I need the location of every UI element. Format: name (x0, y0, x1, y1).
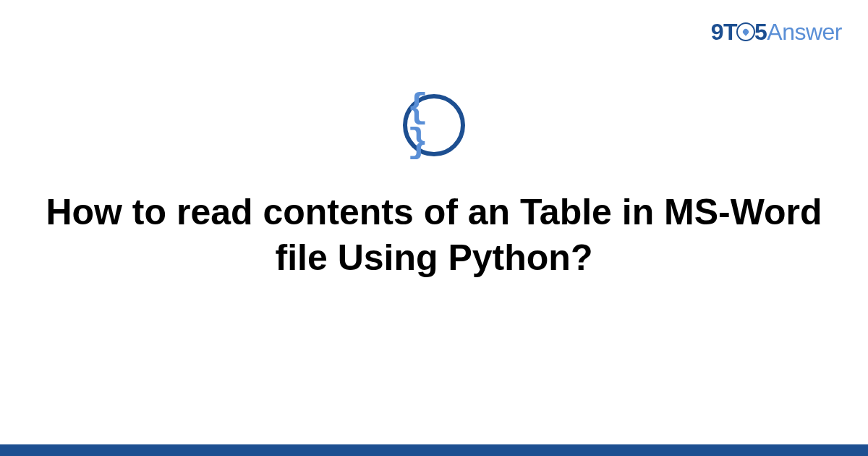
page-title: How to read contents of an Table in MS-W… (0, 190, 868, 280)
code-braces-icon: { } (403, 94, 465, 156)
logo-o-icon (736, 22, 755, 41)
logo-five: 5 (754, 19, 767, 45)
logo-answer: Answer (767, 19, 842, 45)
site-logo[interactable]: 9T5Answer (711, 19, 842, 46)
footer-bar (0, 444, 868, 456)
logo-t: T (723, 19, 737, 45)
logo-nine: 9 (711, 19, 723, 45)
braces-glyph: { } (407, 90, 461, 160)
